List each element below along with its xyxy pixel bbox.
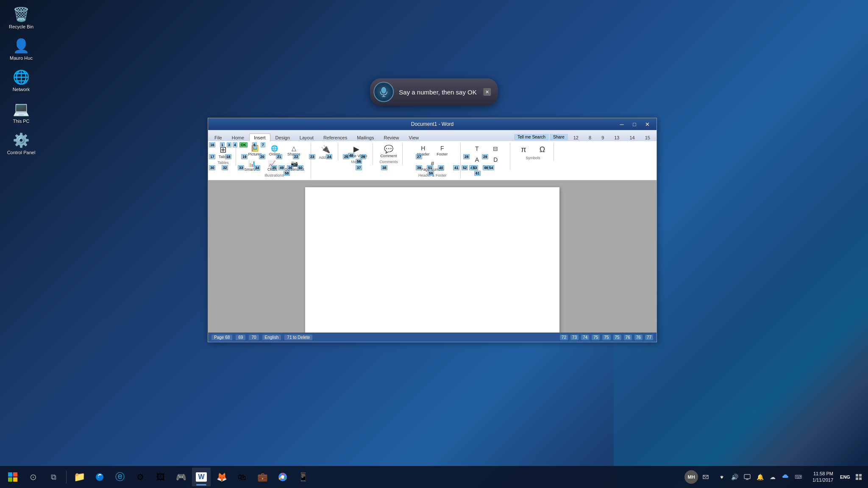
tab-search[interactable]: Tell me Search <box>514 134 549 140</box>
taskbar-edge[interactable] <box>90 468 109 486</box>
user-avatar[interactable]: MH <box>684 470 698 484</box>
network-icon: 🌐 <box>13 69 30 86</box>
online-video-button[interactable]: ▶ Online Video <box>342 144 370 160</box>
status-page[interactable]: Page 68 <box>211 335 232 340</box>
taskbar-chrome[interactable] <box>273 468 292 486</box>
window-title: Document1 - Word <box>411 121 453 127</box>
network-tray-icon[interactable] <box>716 471 728 483</box>
notifications-icon[interactable]: 🔔 <box>754 471 766 483</box>
taskbar-more[interactable]: 📱 <box>294 468 312 486</box>
tab-file[interactable]: File <box>210 133 227 141</box>
tab-home[interactable]: Home <box>227 133 249 141</box>
tab-insert[interactable]: Insert <box>249 133 270 141</box>
desktop-icon-mauro-huc[interactable]: 👤 Mauro Huc <box>4 36 38 63</box>
quick-parts-button[interactable]: ⊟ <box>487 144 504 154</box>
taskbar-firefox[interactable]: 🦊 <box>212 468 231 486</box>
dropcap-button[interactable]: D <box>487 155 504 165</box>
num-32: 32 <box>222 165 228 170</box>
header-button[interactable]: H Header <box>414 144 433 158</box>
table-button[interactable]: ⊞ Table <box>214 144 232 161</box>
comments-label: Comments <box>379 160 398 164</box>
close-button[interactable]: ✕ <box>641 120 653 128</box>
svg-rect-7 <box>13 477 17 482</box>
clock-time: 11:58 PM <box>812 471 833 477</box>
screenshot-button[interactable]: 📷 Screenshot <box>282 159 307 173</box>
desktop-icon-this-pc[interactable]: 💻 This PC <box>4 99 38 126</box>
addins-button[interactable]: 🔌 <box>317 144 334 155</box>
footer-button[interactable]: F Footer <box>433 144 451 158</box>
num-37: 37 <box>356 165 362 170</box>
status-74: 74 <box>581 335 589 340</box>
status-73: 73 <box>570 335 579 340</box>
control-panel-label: Control Panel <box>7 150 36 155</box>
document-page[interactable] <box>305 187 559 333</box>
keyboard-icon[interactable]: ⌨ <box>792 471 804 483</box>
desktop-icon-network[interactable]: 🌐 Network <box>4 67 38 94</box>
ribbon-group-tables: ⊞ Table Tables <box>211 143 236 166</box>
voice-mic-icon <box>373 82 394 102</box>
search-button[interactable]: ⊙ <box>24 468 42 486</box>
maximize-button[interactable]: □ <box>629 120 640 128</box>
system-clock[interactable]: 11:58 PM 1/11/2017 <box>808 471 837 484</box>
tab-references[interactable]: References <box>319 133 352 141</box>
comment-button[interactable]: 💬 Comment <box>377 144 400 160</box>
tab-review[interactable]: Review <box>379 133 404 141</box>
task-view-button[interactable]: ⧉ <box>44 468 63 486</box>
volume-icon[interactable]: 🔊 <box>729 471 740 483</box>
taskbar-photos[interactable]: 🖼 <box>151 468 170 486</box>
minimize-button[interactable]: ─ <box>616 120 628 128</box>
notification-center-icon[interactable] <box>700 471 712 483</box>
tab-15[interactable]: 15 <box>640 133 655 141</box>
textbox-button[interactable]: T <box>468 144 486 154</box>
tab-13[interactable]: 13 <box>609 133 624 141</box>
wordart-button[interactable]: A <box>468 155 486 165</box>
tab-mailings[interactable]: Mailings <box>352 133 378 141</box>
wordart-icon: A <box>475 156 479 163</box>
this-pc-icon: 💻 <box>13 100 30 117</box>
status-71[interactable]: 71 to Delete <box>284 335 312 340</box>
status-english[interactable]: English <box>262 335 281 340</box>
status-69[interactable]: 69 <box>236 335 245 340</box>
tab-layout[interactable]: Layout <box>295 133 318 141</box>
voice-close-button[interactable]: ✕ <box>484 88 491 96</box>
comment-icon: 💬 <box>384 145 393 153</box>
cloud-icon[interactable]: ☁ <box>767 471 779 483</box>
symbol-button[interactable]: Ω <box>533 144 551 156</box>
language-indicator[interactable]: ENG <box>839 471 851 483</box>
pictures-button[interactable]: 🖼️ Pictures <box>245 144 265 158</box>
taskbar-word[interactable]: W <box>192 468 211 486</box>
share-button[interactable]: Share <box>550 134 568 140</box>
chart-button[interactable]: 📈 Chart <box>263 159 281 173</box>
taskbar-explorer[interactable]: 📁 <box>70 468 89 486</box>
page-number-button[interactable]: # Page Number <box>418 159 448 173</box>
cloud2-icon[interactable] <box>779 471 791 483</box>
tab-design[interactable]: Design <box>271 133 295 141</box>
svg-rect-5 <box>13 472 17 477</box>
dropcap-icon: D <box>493 156 498 163</box>
equation-button[interactable]: π <box>515 144 532 156</box>
tab-view[interactable]: View <box>404 133 424 141</box>
expand-tab[interactable]: 12 <box>569 133 583 141</box>
desktop-icon-control-panel[interactable]: ⚙️ Control Panel <box>4 130 38 157</box>
tab-14[interactable]: 14 <box>625 133 640 141</box>
desktop-icon-recycle-bin[interactable]: 🗑️ Recycle Bin <box>4 4 38 31</box>
start-button[interactable] <box>3 468 22 486</box>
taskbar-settings[interactable]: ⚙ <box>131 468 150 486</box>
taskbar-bag[interactable]: 💼 <box>253 468 272 486</box>
status-75b: 75 <box>602 335 610 340</box>
tab-8[interactable]: 8 <box>584 133 596 141</box>
online-pictures-button[interactable]: 🌐 Online <box>266 144 284 158</box>
taskbar-store[interactable]: 🛍 <box>233 468 251 486</box>
action-center-icon[interactable] <box>853 471 865 483</box>
taskbar-xbox[interactable]: 🎮 <box>172 468 190 486</box>
taskbar-ie[interactable]: ⓔ <box>111 468 129 486</box>
status-70[interactable]: 70 <box>249 335 259 340</box>
voice-dialog: Say a number, then say OK ✕ <box>370 78 498 105</box>
display-icon[interactable] <box>741 471 753 483</box>
shapes-button[interactable]: △ Shapes <box>284 144 303 158</box>
tab-9[interactable]: 9 <box>597 133 609 141</box>
document-area <box>208 180 657 333</box>
word-window: Document1 - Word ─ □ ✕ File Home Insert … <box>208 118 657 342</box>
ribbon-group-media: ▶ Online Video Media <box>340 143 373 165</box>
smartart-button[interactable]: 📊 SmartArt <box>241 159 262 173</box>
